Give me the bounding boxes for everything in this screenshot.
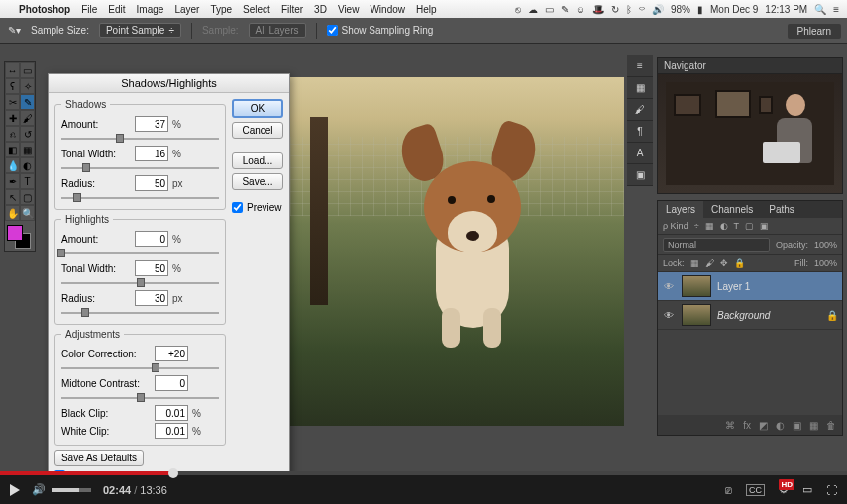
captions-icon[interactable]: CC bbox=[746, 484, 765, 496]
display-icon[interactable]: ▭ bbox=[545, 4, 554, 15]
gradient-tool-icon[interactable]: ▦ bbox=[20, 142, 35, 157]
shadows-tonal-slider[interactable] bbox=[61, 163, 219, 173]
zoom-tool-icon[interactable]: 🔍 bbox=[20, 205, 35, 221]
document-tab[interactable]: Phlearn bbox=[788, 24, 841, 39]
spotlight-icon[interactable]: 🔍 bbox=[814, 4, 826, 15]
blur-tool-icon[interactable]: 💧 bbox=[5, 157, 20, 173]
wifi-icon[interactable]: ⌔ bbox=[639, 4, 645, 15]
eyedropper-tool-icon[interactable]: ✎▾ bbox=[8, 25, 21, 36]
volume-control[interactable]: 🔊 bbox=[32, 483, 91, 496]
layer-group-icon[interactable]: ▣ bbox=[793, 420, 801, 431]
black-clip-input[interactable] bbox=[155, 405, 188, 421]
highlights-amount-slider[interactable] bbox=[61, 249, 219, 258]
layer-style-icon[interactable]: fx bbox=[743, 420, 751, 431]
color-swatches[interactable] bbox=[5, 223, 35, 251]
layer-row-background[interactable]: 👁 Background 🔒 bbox=[658, 301, 842, 330]
menubar-date[interactable]: Mon Dec 9 bbox=[710, 4, 758, 15]
highlights-amount-input[interactable] bbox=[135, 231, 168, 247]
filter-smart-icon[interactable]: ▣ bbox=[760, 221, 769, 231]
settings-gear-icon[interactable]: ⚙HD bbox=[779, 483, 789, 496]
sample-dropdown[interactable]: All Layers bbox=[249, 23, 306, 38]
layer-mask-icon[interactable]: ◩ bbox=[759, 420, 768, 431]
lock-all-icon[interactable]: 🔒 bbox=[734, 258, 745, 268]
delete-layer-icon[interactable]: 🗑 bbox=[826, 420, 836, 431]
foreground-color-swatch[interactable] bbox=[7, 225, 23, 241]
bluetooth-icon[interactable]: ᛒ bbox=[626, 4, 632, 15]
lock-transparency-icon[interactable]: ▦ bbox=[690, 258, 699, 268]
filter-type-icon[interactable]: T bbox=[734, 221, 740, 231]
layer-thumbnail[interactable] bbox=[682, 275, 711, 297]
midtone-contrast-slider[interactable] bbox=[61, 393, 219, 403]
play-button-icon[interactable] bbox=[10, 484, 20, 496]
lasso-tool-icon[interactable]: ʕ bbox=[5, 78, 20, 94]
preview-checkbox[interactable]: Preview bbox=[232, 202, 283, 213]
menu-file[interactable]: File bbox=[81, 4, 97, 15]
menu-image[interactable]: Image bbox=[137, 4, 164, 15]
fullscreen-icon[interactable]: ⛶ bbox=[826, 484, 837, 496]
paths-tab[interactable]: Paths bbox=[761, 201, 802, 218]
layers-tab[interactable]: Layers bbox=[658, 201, 703, 218]
document-canvas[interactable] bbox=[290, 77, 624, 426]
menu-type[interactable]: Type bbox=[210, 4, 232, 15]
marquee-tool-icon[interactable]: ▭ bbox=[20, 62, 35, 78]
ok-button[interactable]: OK bbox=[232, 99, 283, 118]
filter-shape-icon[interactable]: ▢ bbox=[745, 221, 754, 231]
watch-later-icon[interactable]: ⎚ bbox=[725, 484, 732, 496]
opacity-value[interactable]: 100% bbox=[814, 240, 837, 250]
shadows-amount-input[interactable] bbox=[135, 116, 168, 132]
show-sampling-ring-checkbox[interactable]: Show Sampling Ring bbox=[327, 25, 434, 36]
white-clip-input[interactable] bbox=[155, 423, 188, 439]
lock-position-icon[interactable]: ✥ bbox=[720, 258, 728, 268]
load-button[interactable]: Load... bbox=[232, 152, 283, 169]
fill-value[interactable]: 100% bbox=[814, 258, 837, 268]
dropbox-icon[interactable]: ⎋ bbox=[515, 4, 521, 15]
shape-tool-icon[interactable]: ▢ bbox=[20, 189, 35, 205]
actions-panel-icon[interactable]: ▣ bbox=[627, 164, 653, 186]
lock-pixels-icon[interactable]: 🖌 bbox=[705, 258, 714, 268]
menu-3d[interactable]: 3D bbox=[314, 4, 327, 15]
volume-icon[interactable]: 🔊 bbox=[652, 4, 664, 15]
shadows-radius-input[interactable] bbox=[135, 175, 168, 191]
navigator-preview[interactable] bbox=[658, 74, 842, 193]
layer-visibility-icon[interactable]: 👁 bbox=[662, 279, 676, 293]
link-layers-icon[interactable]: ⌘ bbox=[725, 420, 735, 431]
shadows-amount-slider[interactable] bbox=[61, 134, 219, 144]
sync-icon[interactable]: ↻ bbox=[611, 4, 619, 15]
brush-tool-icon[interactable]: 🖌 bbox=[20, 110, 35, 126]
theater-mode-icon[interactable]: ▭ bbox=[802, 483, 812, 496]
menu-window[interactable]: Window bbox=[370, 4, 405, 15]
history-brush-tool-icon[interactable]: ↺ bbox=[20, 126, 35, 142]
channels-tab[interactable]: Channels bbox=[703, 201, 761, 218]
clone-stamp-tool-icon[interactable]: ⎌ bbox=[5, 126, 20, 142]
move-tool-icon[interactable]: ↔ bbox=[5, 62, 20, 78]
filter-pixel-icon[interactable]: ▦ bbox=[705, 221, 714, 231]
filter-adjustment-icon[interactable]: ◐ bbox=[720, 221, 728, 231]
path-selection-tool-icon[interactable]: ↖ bbox=[5, 189, 20, 205]
menu-layer[interactable]: Layer bbox=[174, 4, 199, 15]
blend-mode-dropdown[interactable]: Normal bbox=[663, 238, 770, 252]
evernote-icon[interactable]: ✎ bbox=[561, 4, 569, 15]
layer-visibility-icon[interactable]: 👁 bbox=[662, 308, 676, 322]
cancel-button[interactable]: Cancel bbox=[232, 122, 283, 139]
finder-icon[interactable]: ☺ bbox=[576, 4, 585, 15]
paragraph-panel-icon[interactable]: ¶ bbox=[627, 121, 653, 143]
layer-name[interactable]: Background bbox=[717, 310, 770, 321]
eraser-tool-icon[interactable]: ◧ bbox=[5, 142, 20, 157]
new-layer-icon[interactable]: ▦ bbox=[809, 420, 818, 431]
history-panel-icon[interactable]: ≡ bbox=[627, 55, 653, 77]
menubar-time[interactable]: 12:13 PM bbox=[765, 4, 807, 15]
menu-select[interactable]: Select bbox=[243, 4, 270, 15]
swatches-panel-icon[interactable]: ▦ bbox=[627, 77, 653, 99]
magic-wand-tool-icon[interactable]: ✧ bbox=[20, 78, 35, 94]
healing-brush-tool-icon[interactable]: ✚ bbox=[5, 110, 20, 126]
color-correction-input[interactable] bbox=[155, 346, 188, 361]
menu-view[interactable]: View bbox=[338, 4, 360, 15]
save-button[interactable]: Save... bbox=[232, 173, 283, 190]
hand-tool-icon[interactable]: ✋ bbox=[5, 205, 20, 221]
shadows-radius-slider[interactable] bbox=[61, 193, 219, 203]
layer-row-layer1[interactable]: 👁 Layer 1 bbox=[658, 272, 842, 301]
pen-tool-icon[interactable]: ✒ bbox=[5, 173, 20, 189]
menu-edit[interactable]: Edit bbox=[108, 4, 125, 15]
menu-help[interactable]: Help bbox=[416, 4, 437, 15]
dodge-tool-icon[interactable]: ◐ bbox=[20, 157, 35, 173]
